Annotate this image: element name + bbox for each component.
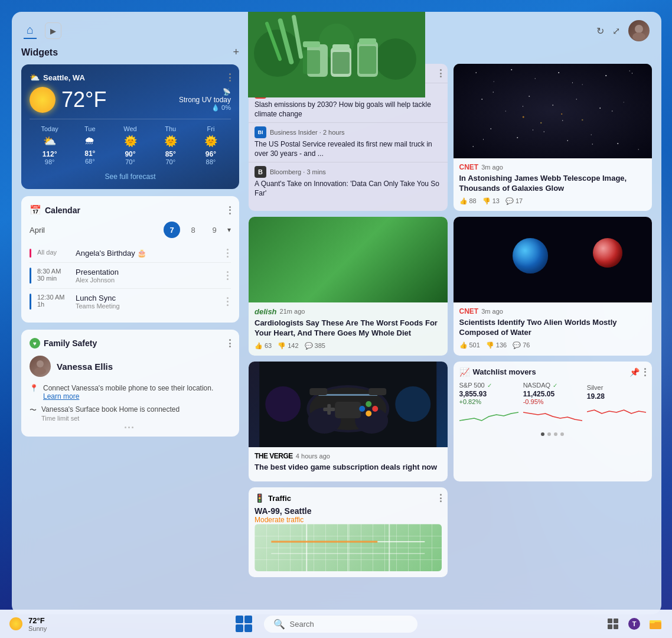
story-1[interactable]: BI Business Insider · 2 hours The US Pos… <box>249 122 448 162</box>
svg-point-21 <box>543 131 544 132</box>
stock-sp500: S&P 500 ✓ 3,855.93 +0.82% <box>459 382 518 428</box>
stock-nasdaq: NASDAQ ✓ 11,425.05 -0.95% <box>523 382 582 428</box>
planets-article-content: CNET 3m ago Scientists Identify Two Alie… <box>454 302 653 355</box>
gaming-article-card[interactable]: THE VERGE 4 hours ago The best video gam… <box>249 362 448 482</box>
calendar-event-1: 8:30 AM 30 min Presentation Alex Johnson <box>30 263 231 289</box>
forecast-tue: Tue 🌧 81° 68° <box>70 125 110 165</box>
delish-stats: 👍 63 👎 142 💬 385 <box>255 342 442 350</box>
win-square-br <box>244 624 252 632</box>
delish-article-card[interactable]: delish 21m ago Cardiologists Say These A… <box>249 217 448 356</box>
event-more-0[interactable] <box>227 249 231 258</box>
family-user-avatar <box>30 356 51 377</box>
planets-headline: Scientists Identify Two Alien Worlds Mos… <box>459 318 647 338</box>
calendar-widget: 📅 Calendar April 7 8 9 ▾ <box>21 196 239 323</box>
taskbar-weather: 72°F Sunny <box>9 616 47 632</box>
event-time-1: 8:30 AM <box>37 268 70 275</box>
task-view-button[interactable] <box>606 617 620 631</box>
svg-point-19 <box>490 128 491 129</box>
forecast-high-2: 90° <box>110 150 150 158</box>
calendar-event-2: 12:30 AM 1h Lunch Sync Teams Meeting <box>30 289 231 314</box>
forecast-high-1: 81° <box>70 149 110 158</box>
story-source-2: B Bloomberg · 3 mins <box>255 166 442 178</box>
svg-point-27 <box>522 116 524 118</box>
delish-likes: 👍 63 <box>255 342 272 350</box>
watchlist-dot-3[interactable] <box>554 432 557 436</box>
watchlist-dot-4[interactable] <box>560 432 564 436</box>
event-time-2: 12:30 AM <box>37 294 70 301</box>
watchlist-header: 📈 Watchlist movers 📌 <box>459 367 647 377</box>
svg-point-29 <box>561 113 562 115</box>
forecast-high-0: 112° <box>30 150 70 158</box>
watchlist-dot-2[interactable] <box>547 432 551 436</box>
svg-point-12 <box>481 99 482 100</box>
watchlist-more-button[interactable] <box>644 368 646 376</box>
svg-point-22 <box>567 140 568 141</box>
taskbar-search-placeholder: Search <box>290 620 314 629</box>
event-details-1: Presentation Alex Johnson <box>76 268 119 284</box>
family-device-status: Vanessa's Surface book Home is connected <box>41 405 180 414</box>
verge-label: THE VERGE <box>255 452 293 460</box>
family-more-dots[interactable] <box>30 427 231 428</box>
planets-likes: 👍 501 <box>459 341 480 349</box>
forecast-low-0: 98° <box>30 158 70 165</box>
forecast-thu: Thu 🌞 85° 70° <box>151 125 191 165</box>
svg-point-16 <box>576 99 576 99</box>
delish-headline: Cardiologists Say These Are The Worst Fo… <box>255 318 442 338</box>
svg-point-58 <box>366 411 371 416</box>
planets-article-card[interactable]: CNET 3m ago Scientists Identify Two Alie… <box>454 217 653 356</box>
story-2[interactable]: B Bloomberg · 3 mins A Quant's Take on I… <box>249 162 448 201</box>
forecast-icon-3: 🌞 <box>151 135 191 148</box>
event-duration-2: 1h <box>37 301 70 308</box>
svg-point-28 <box>540 122 541 123</box>
sp500-price: 3,855.93 <box>459 390 518 398</box>
silver-price: 19.28 <box>587 392 646 401</box>
gaming-article-content: THE VERGE 4 hours ago The best video gam… <box>249 447 448 482</box>
family-location-info: 📍 Connect Vanessa's mobile phone to see … <box>30 384 231 401</box>
left-column: Widgets + ⛅ Seattle, WA 72 <box>21 46 249 604</box>
svg-point-20 <box>517 137 518 138</box>
traffic-more-button[interactable] <box>440 494 442 502</box>
event-more-2[interactable] <box>227 294 231 310</box>
file-explorer-button[interactable] <box>648 617 663 631</box>
nasdaq-change: -0.95% <box>523 398 582 405</box>
svg-point-55 <box>366 401 371 407</box>
learn-more-link[interactable]: Learn more <box>43 392 79 401</box>
event-allday-label: All day <box>37 249 70 258</box>
svg-rect-63 <box>368 388 386 395</box>
pulse-icon: 〜 <box>30 405 37 415</box>
family-title: ♥ Family Safety <box>30 338 97 349</box>
stars-dislikes: 👎 13 <box>482 197 500 205</box>
calendar-more-button[interactable] <box>229 206 231 214</box>
svg-point-26 <box>638 149 638 149</box>
forecast-fri: Fri 🌞 96° 88° <box>191 125 231 165</box>
svg-point-15 <box>552 105 553 106</box>
svg-point-49 <box>395 386 430 422</box>
taskbar-search[interactable]: 🔍 Search <box>264 616 417 633</box>
svg-rect-61 <box>318 394 377 396</box>
event-more-1[interactable] <box>227 268 231 284</box>
family-more-button[interactable] <box>229 339 231 347</box>
gaming-headline: The best video game subscription deals r… <box>255 463 442 473</box>
traffic-title: 🚦 Traffic <box>255 493 291 503</box>
calendar-day-8[interactable]: 8 <box>185 222 201 238</box>
watchlist-pin-button[interactable]: 📌 <box>629 367 640 377</box>
event-title-1: Presentation <box>76 268 119 276</box>
traffic-widget: 🚦 Traffic WA-99, Seattle Moderate traffi… <box>249 487 448 577</box>
see-full-forecast-button[interactable]: See full forecast <box>30 172 231 181</box>
feed-grid: 📰 Top stories H The Hill · 18 mins <box>249 64 652 577</box>
planets-image <box>454 217 653 302</box>
family-time-limit: Time limit set <box>41 415 180 422</box>
windows-start-button[interactable] <box>236 616 252 632</box>
svg-point-48 <box>265 386 301 422</box>
bloomberg-badge: B <box>255 166 266 178</box>
calendar-day-7[interactable]: 7 <box>164 222 180 238</box>
calendar-expand-button[interactable]: ▾ <box>227 226 231 234</box>
forecast-low-2: 70° <box>110 158 150 165</box>
calendar-day-9[interactable]: 9 <box>206 222 223 238</box>
forecast-today: Today ⛅ 112° 98° <box>30 125 70 165</box>
svg-rect-62 <box>309 388 327 395</box>
teams-chat-button[interactable]: T <box>627 617 641 631</box>
delish-dislikes: 👎 142 <box>278 342 298 350</box>
forecast-icon-1: 🌧 <box>70 135 110 147</box>
watchlist-dot-1[interactable] <box>541 432 544 436</box>
